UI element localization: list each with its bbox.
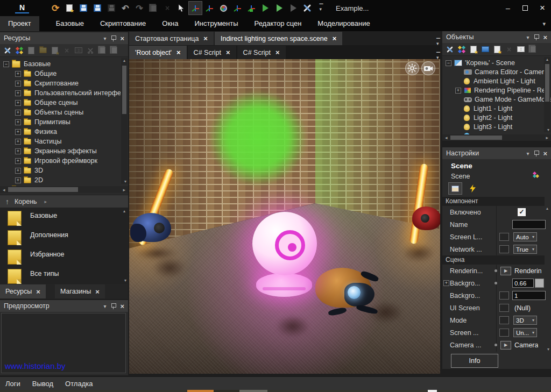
horizontal-scrollbar[interactable]: ◂▸	[0, 186, 128, 193]
tab-stores[interactable]: Магазины×	[55, 284, 105, 298]
tab-resources[interactable]: Ресурсы×	[0, 284, 46, 298]
background-intensity-input[interactable]: 1	[512, 291, 546, 300]
close-icon[interactable]: ×	[176, 48, 181, 56]
expander-icon[interactable]: +	[443, 280, 449, 286]
refresh-button[interactable]: ⟳	[49, 2, 62, 15]
vertical-scrollbar[interactable]: ▴▾	[544, 57, 550, 132]
up-arrow-icon[interactable]: ↑	[5, 197, 9, 206]
tree-item-scene-root[interactable]: −'Корень' - Scene	[446, 58, 543, 68]
tree-item[interactable]: +Игровой фреймворк	[15, 156, 121, 166]
tree-item[interactable]: +Примитивы	[15, 117, 121, 127]
close-icon[interactable]: ×	[543, 33, 547, 41]
background-color-input[interactable]: 0.66	[512, 279, 534, 288]
menu-item-project[interactable]: Проект	[0, 16, 39, 31]
expander-icon[interactable]: +	[15, 148, 21, 154]
status-tab-output[interactable]: Вывод	[32, 380, 53, 388]
pin-icon[interactable]	[534, 151, 538, 156]
prop-row-screen-label[interactable]: Screen L... Auto▾	[442, 231, 543, 243]
tools-button[interactable]	[301, 2, 314, 15]
expander-icon[interactable]: +	[15, 100, 21, 106]
camera-view-button[interactable]	[421, 61, 435, 75]
close-icon[interactable]: ×	[543, 149, 547, 158]
tree-item[interactable]: +Скриптование	[15, 79, 121, 88]
default-box[interactable]	[499, 329, 509, 337]
prop-row-camera[interactable]: Camera ... ▶ Camera	[442, 339, 543, 351]
close-icon[interactable]: ×	[95, 288, 100, 296]
transform-snap-button[interactable]	[231, 2, 244, 15]
default-box[interactable]	[499, 245, 509, 253]
close-button[interactable]: ×	[534, 0, 551, 16]
tree-item[interactable]: +2D	[15, 175, 121, 185]
tools-button[interactable]	[3, 46, 12, 55]
tree-item[interactable]: Light3 - Light	[464, 122, 551, 132]
edit-button[interactable]	[469, 45, 478, 54]
color-swatch[interactable]	[535, 279, 544, 288]
default-box[interactable]	[499, 304, 509, 312]
default-box[interactable]	[499, 291, 509, 300]
tree-item[interactable]: Game Mode - GameMode	[464, 95, 551, 104]
tree-item[interactable]: +Объекты сцены	[15, 108, 121, 117]
components-button[interactable]	[15, 46, 24, 55]
tab-csharp-script-2[interactable]: C# Script×	[237, 46, 286, 59]
preview-link[interactable]: www.historian.by	[5, 361, 66, 370]
tools-button[interactable]	[445, 45, 455, 54]
pin-icon[interactable]	[111, 303, 115, 309]
tree-item[interactable]: +3D	[15, 166, 121, 175]
tree-item[interactable]: +Пользовательский интерфейс	[15, 88, 121, 98]
menu-item-windows[interactable]: Окна	[154, 16, 186, 31]
group-scene[interactable]: Сцена	[442, 255, 545, 265]
prop-row-mode[interactable]: Mode 3D▾	[442, 314, 543, 326]
reference-button[interactable]: ▶	[500, 267, 511, 275]
tree-item[interactable]: +Физика	[15, 127, 121, 137]
move-tool-button-active[interactable]	[189, 2, 202, 15]
expander-icon[interactable]: +	[455, 88, 461, 94]
horizontal-scrollbar[interactable]: ◂▸	[442, 134, 551, 141]
menu-item-modeling[interactable]: Моделирование	[309, 16, 378, 31]
properties-view-button[interactable]	[449, 183, 462, 194]
expander-icon[interactable]: +	[15, 90, 21, 96]
close-icon[interactable]: ×	[276, 48, 280, 56]
prop-row-ui-screen[interactable]: UI Screen (Null)	[442, 302, 543, 314]
scene-viewport[interactable]	[129, 59, 440, 374]
name-input[interactable]	[512, 220, 546, 229]
menu-item-scripting[interactable]: Скриптование	[92, 16, 154, 31]
expander-icon[interactable]: −	[3, 61, 9, 67]
tree-item[interactable]: Light2 - Light	[464, 113, 551, 123]
expander-icon[interactable]: +	[15, 110, 21, 116]
chevron-down-icon[interactable]: ▾	[103, 35, 106, 41]
save-button[interactable]	[77, 2, 90, 15]
tree-item[interactable]: +Общее сцены	[15, 98, 121, 108]
group-component[interactable]: Компонент	[442, 197, 545, 206]
breadcrumb-root[interactable]: Корень	[15, 198, 37, 205]
tree-item[interactable]: +Частицы	[15, 137, 121, 146]
close-icon[interactable]: ×	[120, 34, 124, 42]
events-view-button[interactable]	[466, 183, 479, 194]
expander-icon[interactable]: +	[15, 119, 21, 125]
tree-item[interactable]: Camera Editor - Camera	[464, 67, 551, 77]
reference-button[interactable]: ▶	[500, 341, 511, 350]
status-tab-debug[interactable]: Отладка	[65, 380, 93, 388]
expander-icon[interactable]: +	[15, 71, 21, 77]
tree-item[interactable]: +Общие	[15, 69, 121, 79]
chevron-down-icon[interactable]: ▾	[103, 303, 106, 309]
editor-window-button[interactable]: ⌶	[516, 45, 526, 54]
menu-overflow-chevron-icon[interactable]: ▾	[542, 16, 551, 31]
expander-icon[interactable]: −	[446, 60, 451, 66]
prop-row-network[interactable]: Network ... True▾	[442, 243, 543, 255]
tree-item[interactable]: Light1 - Light	[464, 104, 551, 113]
expander-icon[interactable]: +	[15, 129, 21, 135]
screen-label-dropdown[interactable]: Auto▾	[513, 232, 537, 241]
menu-item-scene-editor[interactable]: Редактор сцен	[246, 16, 310, 31]
expander-icon[interactable]: +	[15, 81, 21, 87]
expander-icon[interactable]: +	[15, 168, 21, 174]
tree-item[interactable]: −Базовые	[3, 59, 119, 69]
pin-icon[interactable]	[111, 35, 115, 41]
expander-icon[interactable]: +	[15, 139, 21, 145]
info-button[interactable]: Info	[451, 354, 498, 368]
prop-row-background-color[interactable]: + Backgro... 0.66	[442, 277, 543, 289]
prop-row-enabled[interactable]: Включено ✓	[442, 206, 543, 218]
close-icon[interactable]: ×	[36, 288, 40, 296]
scrollbar-thumb[interactable]	[450, 136, 502, 140]
scrollbar-thumb[interactable]	[545, 64, 549, 102]
vertical-scrollbar[interactable]: ▴▾	[121, 58, 128, 184]
